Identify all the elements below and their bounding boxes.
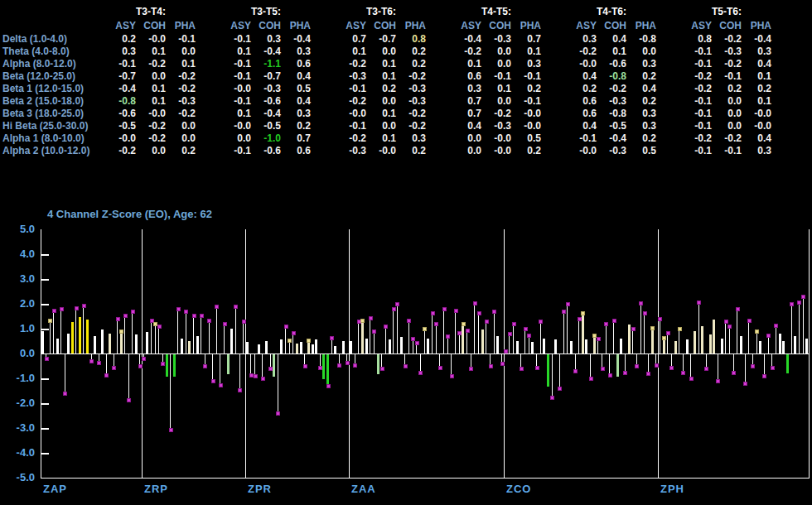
table-cell: -0.1 — [221, 33, 251, 46]
z-score-bar — [737, 310, 737, 354]
table-cell: -0.0 — [221, 83, 251, 95]
magenta-marker-dot — [558, 387, 562, 391]
table-cell: 0.0 — [452, 132, 481, 145]
magenta-marker-dot — [724, 320, 728, 324]
magenta-marker-dot — [597, 337, 601, 341]
magenta-marker-dot — [438, 366, 442, 370]
z-score-bar — [166, 354, 168, 377]
table-cell: 0.2 — [166, 145, 196, 157]
table-cell: -0.1 — [336, 120, 366, 132]
z-score-bar — [334, 346, 336, 354]
cream-marker-dot — [119, 329, 123, 334]
z-score-bar — [101, 329, 104, 354]
table-cell: 0.2 — [396, 145, 426, 157]
z-score-bar — [674, 341, 677, 354]
table-cell: -0.3 — [712, 46, 742, 58]
z-score-bar — [224, 325, 225, 354]
z-score-bar — [509, 334, 510, 354]
table-cell: -0.2 — [712, 58, 742, 70]
table-cell: 0.0 — [712, 108, 742, 120]
magenta-marker-dot — [415, 341, 419, 345]
table-cell: 0.3 — [742, 145, 771, 157]
z-score-bar — [370, 319, 370, 354]
table-cell: 0.4 — [742, 132, 771, 145]
magenta-marker-dot — [751, 364, 755, 368]
table-col-header: ASY — [452, 20, 481, 31]
z-score-bar — [651, 329, 654, 354]
z-score-bar — [748, 321, 749, 354]
magenta-marker-dot — [524, 327, 528, 331]
z-score-bar — [462, 325, 464, 354]
magenta-marker-dot — [527, 334, 531, 338]
z-score-bar — [779, 334, 781, 354]
z-score-bar — [389, 339, 391, 354]
table-cell: -0.0 — [366, 145, 396, 157]
z-score-bar — [230, 329, 233, 354]
z-score-bar — [408, 321, 409, 354]
magenta-marker-dot — [508, 332, 512, 336]
magenta-marker-dot — [97, 361, 101, 365]
table-cell: 0.2 — [626, 132, 656, 145]
y-axis-tick-label: -4.0 — [2, 447, 35, 459]
z-score-bar — [709, 334, 712, 354]
z-score-bar — [158, 327, 159, 354]
table-col-header: PHA — [511, 20, 541, 31]
magenta-marker-dot — [466, 329, 470, 333]
z-score-bar — [540, 322, 541, 354]
table-cell: 0.7 — [336, 33, 366, 46]
table-cell: 0.5 — [281, 83, 311, 95]
table-cell: -0.2 — [682, 83, 712, 95]
table-cell: -0.6 — [597, 58, 626, 70]
table-row-label: Alpha 1 (8.0-10.0) — [2, 132, 104, 145]
table-cell: 0.1 — [742, 95, 771, 108]
z-score-bar — [135, 334, 138, 354]
z-score-bar — [296, 344, 298, 354]
z-score-bar — [481, 329, 484, 354]
table-cell: 0.1 — [452, 58, 481, 70]
magenta-marker-dot — [303, 364, 307, 368]
magenta-marker-dot — [63, 392, 67, 396]
table-col-header: PHA — [626, 20, 656, 31]
z-score-bar — [559, 354, 560, 389]
magenta-marker-dot — [732, 371, 736, 375]
magenta-marker-dot — [689, 377, 694, 381]
table-cell: 0.3 — [396, 132, 426, 145]
table-cell: -0.7 — [366, 33, 396, 46]
z-score-bar — [786, 354, 789, 373]
y-tick-mark — [41, 329, 49, 330]
y-tick-mark — [41, 304, 49, 305]
table-cell: -0.8 — [626, 33, 656, 46]
z-score-bar — [529, 336, 529, 354]
z-score-bar — [262, 354, 263, 379]
magenta-marker-dot — [655, 363, 659, 368]
table-cell: -0.2 — [567, 46, 597, 58]
z-score-bar — [109, 334, 111, 354]
table-cell: 0.5 — [626, 145, 656, 157]
z-score-bar — [209, 321, 210, 354]
cream-marker-dot — [423, 327, 427, 331]
z-score-bar — [701, 326, 703, 354]
table-cell: -0.0 — [106, 132, 136, 145]
table-cell: -0.0 — [511, 120, 541, 132]
table-group-header: T4-T6: — [567, 6, 656, 17]
magenta-marker-dot — [442, 307, 447, 311]
table-cell: -0.1 — [682, 120, 712, 132]
table-cell: -0.8 — [597, 70, 626, 83]
table-col-header: COH — [251, 20, 281, 31]
z-score-bar — [686, 339, 689, 354]
z-score-bar — [791, 305, 792, 354]
magenta-marker-dot — [658, 317, 662, 321]
z-score-bar — [698, 303, 699, 354]
z-score-bar — [326, 354, 329, 387]
z-score-bar — [713, 320, 715, 354]
table-cell: 0.0 — [712, 120, 742, 132]
z-score-bar — [358, 322, 359, 354]
magenta-marker-dot — [431, 311, 435, 315]
y-axis-tick-label: 0.0 — [2, 348, 35, 359]
x-section-label: ZPR — [248, 483, 297, 496]
table-cell: -0.4 — [281, 33, 311, 46]
table-cell: -0.6 — [251, 95, 281, 108]
table-cell: 0.1 — [366, 58, 396, 70]
table-cell: -0.1 — [682, 58, 712, 70]
magenta-marker-dot — [395, 302, 399, 306]
